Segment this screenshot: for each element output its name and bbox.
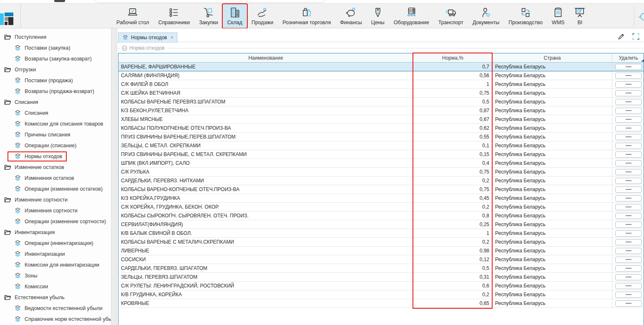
- sidebar-item-komissii-inventarizacii[interactable]: Комиссии для инвентаризации: [0, 259, 111, 270]
- ПР.ИЗ СВИНИНЫ ВАРЕНЫЕ,ПЕРЕВ.ШПАГАТОМ[interactable]: ПР.ИЗ СВИНИНЫ ВАРЕНЫЕ,ПЕРЕВ.ШПАГАТОМ 0,5…: [118, 133, 644, 141]
- delete-row-button[interactable]: [615, 178, 642, 184]
- ХЛЕБЫ МЯСНЫЕ[interactable]: ХЛЕБЫ МЯСНЫЕ 0,67 Республика Беларусь: [118, 115, 644, 124]
- delete-row-button[interactable]: [615, 204, 642, 210]
- delete-row-button[interactable]: [615, 169, 642, 175]
- КОЛБАСЫ ПОЛУКОПЧЕНЫЕ ОТЕЧ.ПРОИЗ-ВА[interactable]: КОЛБАСЫ ПОЛУКОПЧЕНЫЕ ОТЕЧ.ПРОИЗ-ВА 0,62 …: [118, 124, 644, 133]
- column-header-country[interactable]: Страна: [493, 53, 612, 62]
- delete-row-button[interactable]: [615, 274, 642, 280]
- sidebar-item-prichiny-spisaniya[interactable]: Причины списания: [0, 129, 111, 140]
- ПР.ИЗ СВИНИНЫ ВАРЕНЫЕ, С МЕТАЛ. СКРЕПКАМИ[interactable]: ПР.ИЗ СВИНИНЫ ВАРЕНЫЕ, С МЕТАЛ. СКРЕПКАМ…: [118, 150, 644, 159]
- sidebar-item-komissii[interactable]: Комиссии: [0, 281, 111, 292]
- КОЛБАСЫ СЫРОКОПЧ. СЫРОВЯЛЕН. ОТЕЧ. ПРОИЗ.[interactable]: КОЛБАСЫ СЫРОКОПЧ. СЫРОВЯЛЕН. ОТЕЧ. ПРОИЗ…: [118, 212, 644, 220]
- delete-row-button[interactable]: [615, 81, 642, 88]
- ШПИК (ВКЛ.ИМПОРТ), САЛО[interactable]: ШПИК (ВКЛ.ИМПОРТ), САЛО 0,4 Республика Б…: [118, 159, 644, 168]
- delete-row-button[interactable]: [615, 230, 642, 237]
- СЕРВИЛАТ(ФИНЛЯНДИЯ)[interactable]: СЕРВИЛАТ(ФИНЛЯНДИЯ) 0,25 Республика Бела…: [118, 220, 644, 229]
- sidebar-item-izmeneniya-sortnosti[interactable]: Изменения сортности: [0, 205, 111, 216]
- sidebar-item-vozvraty-zakupka[interactable]: Возвраты (закупка-возврат): [0, 53, 111, 64]
- maximize-icon[interactable]: [632, 33, 640, 40]
- sidebar-group-izmenenie-ostatkov[interactable]: Изменение остатков: [0, 162, 111, 173]
- К/В БАЛЫК СВИНОЙ В ОБОЛ.[interactable]: К/В БАЛЫК СВИНОЙ В ОБОЛ. 1 Республика Бе…: [118, 229, 644, 238]
- sidebar-item-normy-othodov[interactable]: Нормы отходов: [0, 151, 111, 162]
- tab-normy-othodov[interactable]: Нормы отходов ×: [118, 33, 177, 43]
- delete-row-button[interactable]: [615, 292, 642, 298]
- К/З БЕКОН,РУЛЕТ,ВЕТЧИНА[interactable]: К/З БЕКОН,РУЛЕТ,ВЕТЧИНА 0,87 Республика …: [118, 106, 644, 115]
- sidebar-group-spisaniya[interactable]: Списания: [0, 97, 111, 108]
- КРОВЯНЫЕ[interactable]: КРОВЯНЫЕ 0,65 Республика Беларусь: [118, 299, 644, 308]
- delete-row-button[interactable]: [615, 283, 642, 289]
- collapse-minus-icon[interactable]: [122, 45, 127, 51]
- delete-row-button[interactable]: [615, 186, 642, 193]
- sidebar-item-vedomosti-ubyli[interactable]: Ведомости естественной убыли: [0, 303, 111, 314]
- sidebar-group-postupleniya[interactable]: Поступления: [0, 32, 111, 43]
- delete-row-button[interactable]: [615, 213, 642, 219]
- ЗЕЛЬЦЫ, С МЕТАЛ. СКРЕПКАМИ[interactable]: ЗЕЛЬЦЫ, С МЕТАЛ. СКРЕПКАМИ 0,1 Республик…: [118, 141, 644, 150]
- sidebar-item-vozvraty-prodazha[interactable]: Возвраты (продажа-возврат): [0, 86, 111, 97]
- nav-directories[interactable]: Справочники: [153, 4, 194, 28]
- sidebar-item-operacii-sortnost[interactable]: Операции (изменение сортности): [0, 216, 111, 227]
- САРДЕЛЬКИ, ПЕРЕВЯЗ. ШПАГАТОМ[interactable]: САРДЕЛЬКИ, ПЕРЕВЯЗ. ШПАГАТОМ 0,5 Республ…: [118, 264, 644, 273]
- nav-equipment[interactable]: Оборудование: [389, 4, 434, 28]
- sidebar-group-inventarizaciya[interactable]: Инвентаризация: [0, 227, 111, 238]
- К/З КОРЕЙКА,ГРУДИНКА[interactable]: К/З КОРЕЙКА,ГРУДИНКА 0,45 Республика Бел…: [118, 194, 644, 203]
- sidebar-group-otgruzki[interactable]: Отгрузки: [0, 64, 111, 75]
- sidebar-item-spisaniya[interactable]: Списания: [0, 108, 111, 118]
- delete-row-button[interactable]: [615, 265, 642, 272]
- КОЛБАСЫ ВАРЕНЫЕ ПЕРЕВЯЗ.ШПАГАТОМ[interactable]: КОЛБАСЫ ВАРЕНЫЕ ПЕРЕВЯЗ.ШПАГАТОМ 0,5 Рес…: [118, 98, 644, 106]
- nav-production[interactable]: Производство: [504, 4, 547, 28]
- delete-row-button[interactable]: [615, 108, 642, 114]
- edit-pencil-icon[interactable]: [617, 33, 625, 40]
- tab-close-icon[interactable]: ×: [170, 35, 173, 40]
- sidebar-item-izmeneniya-ostatkov[interactable]: Изменения остатков: [0, 173, 111, 184]
- nav-transport[interactable]: Транспорт: [434, 4, 468, 28]
- sidebar-group-izmenenie-sortnosti[interactable]: Изменение сортности: [0, 194, 111, 205]
- column-header-norm[interactable]: Норма,%: [413, 53, 493, 62]
- sidebar-item-postavki-prodazha[interactable]: Поставки (продажа): [0, 75, 111, 86]
- sidebar-splitter[interactable]: [111, 28, 117, 325]
- С/К ШЕЙКА ВЕТЧИННАЯ[interactable]: С/К ШЕЙКА ВЕТЧИННАЯ 0,75 Республика Бела…: [118, 89, 644, 98]
- delete-row-button[interactable]: [615, 143, 642, 149]
- К/В ГРУДИНКА, КОРЕЙКА[interactable]: К/В ГРУДИНКА, КОРЕЙКА 0,2 Республика Бел…: [118, 290, 644, 299]
- nav-sales[interactable]: Продажи: [247, 4, 278, 28]
- С/К РУЛЕТЫ: ЛЕНИНГРАДСКИЙ, РОСТОВСКИЙ[interactable]: С/К РУЛЕТЫ: ЛЕНИНГРАДСКИЙ, РОСТОВСКИЙ 0,…: [118, 282, 644, 290]
- delete-row-button[interactable]: [615, 73, 642, 79]
- nav-purchases[interactable]: Закупки: [194, 4, 223, 28]
- delete-row-button[interactable]: [615, 134, 642, 140]
- delete-row-button[interactable]: [615, 125, 642, 131]
- assistant-partial-icon[interactable]: [640, 13, 644, 20]
- nav-documents[interactable]: Документы: [468, 4, 504, 28]
- sidebar-item-komissii-spisaniya[interactable]: Комиссии для списания товаров: [0, 118, 111, 129]
- delete-row-button[interactable]: [615, 195, 642, 202]
- СОСИСКИ[interactable]: СОСИСКИ 0,12 Республика Беларусь: [118, 255, 644, 264]
- delete-row-button[interactable]: [615, 90, 642, 96]
- С/К РУЛЬКА[interactable]: С/К РУЛЬКА 0,75 Республика Беларусь: [118, 168, 644, 176]
- sidebar-item-operacii-inventarizaciya[interactable]: Операции (инвентаризация): [0, 238, 111, 249]
- nav-wms[interactable]: WMS: [547, 4, 569, 28]
- nav-bi[interactable]: BI: [569, 4, 591, 28]
- delete-row-button[interactable]: [615, 300, 642, 307]
- delete-row-button[interactable]: [615, 64, 642, 70]
- sidebar-group-estestvennaya-ubyl[interactable]: Естественная убыль: [0, 292, 111, 303]
- sidebar-item-zony[interactable]: Зоны: [0, 270, 111, 281]
- С/К ФИЛЕЙ В ОБОЛ[interactable]: С/К ФИЛЕЙ В ОБОЛ 1 Республика Беларусь: [118, 80, 644, 89]
- ЛИВЕРНЫЕ[interactable]: ЛИВЕРНЫЕ 0,98 Республика Беларусь: [118, 247, 644, 255]
- nav-desktop[interactable]: Рабочий стол: [112, 4, 153, 28]
- column-header-name[interactable]: Наименование: [118, 53, 413, 62]
- delete-row-button[interactable]: [615, 151, 642, 158]
- sidebar-item-inventarizacii[interactable]: Инвентаризации: [0, 249, 111, 259]
- nav-finance[interactable]: Финансы: [335, 4, 366, 28]
- column-header-delete[interactable]: Удалить: [612, 53, 644, 62]
- КОЛБАСЫ ВАРЕНЫЕ С МЕТАЛИЧ.СКРЕПКАМИ[interactable]: КОЛБАСЫ ВАРЕНЫЕ С МЕТАЛИЧ.СКРЕПКАМИ 0,2 …: [118, 238, 644, 247]
- nav-warehouse[interactable]: Склад: [223, 4, 247, 28]
- САРДЕЛЬКИ, ПЕРЕВЯЗ. НИТКАМИ[interactable]: САРДЕЛЬКИ, ПЕРЕВЯЗ. НИТКАМИ 0,2 Республи…: [118, 176, 644, 185]
- sidebar-item-postavki-zakupka[interactable]: Поставки (закупка): [0, 43, 111, 53]
- delete-row-button[interactable]: [615, 248, 642, 254]
- С/К КОРЕЙКА, ГРУДИНКА, БЕКОН. ОКОР.[interactable]: С/К КОРЕЙКА, ГРУДИНКА, БЕКОН. ОКОР. 0,2 …: [118, 203, 644, 212]
- delete-row-button[interactable]: [615, 116, 642, 123]
- delete-row-button[interactable]: [615, 222, 642, 228]
- sidebar-item-operacii-spisanie[interactable]: Операции (списание): [0, 140, 111, 151]
- sidebar-item-spravochnik-norm-ubyli[interactable]: Справочник норм естественной убыли: [0, 314, 111, 325]
- ЗЕЛЬЦЫ, ПЕРЕВЯЗ.ШПАГАТОМ[interactable]: ЗЕЛЬЦЫ, ПЕРЕВЯЗ.ШПАГАТОМ 0,31 Республика…: [118, 273, 644, 282]
- ВАРЕНЫЕ, ФАРШИРОВАННЫЕ[interactable]: ВАРЕНЫЕ, ФАРШИРОВАННЫЕ 0,7 Республика Бе…: [118, 63, 644, 71]
- nav-retail[interactable]: Розничная торговля: [278, 4, 335, 28]
